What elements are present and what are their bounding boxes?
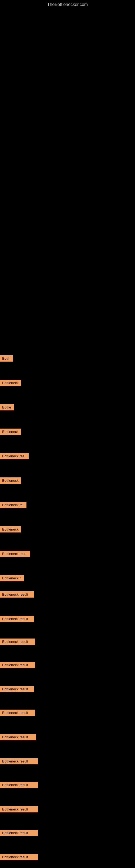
bottleneck-result-label: Bottleneck result: [0, 782, 38, 788]
bottleneck-result-label: Bottle: [0, 404, 14, 410]
bottleneck-result-label: Bottleneck result: [0, 639, 35, 645]
site-title: TheBottlenecker.com: [0, 0, 135, 9]
bottleneck-result-label: Bottleneck result: [0, 830, 38, 836]
bottleneck-result-label: Bottleneck result: [0, 758, 38, 764]
bottleneck-result-label: Bottleneck result: [0, 616, 34, 622]
bottleneck-result-label: Bottleneck result: [0, 686, 34, 692]
bottleneck-result-label: Bottleneck resu: [0, 551, 30, 557]
bottleneck-result-label: Bottleneck: [0, 477, 21, 484]
bottleneck-result-label: Bottleneck res: [0, 453, 29, 459]
bottleneck-result-label: Bottleneck result: [0, 710, 35, 716]
bottleneck-result-label: Bottleneck: [0, 526, 21, 532]
bottleneck-result-label: Bottleneck result: [0, 734, 36, 740]
bottleneck-result-label: Bottleneck: [0, 380, 21, 386]
bottleneck-result-label: Bottleneck re: [0, 502, 27, 508]
bottleneck-result-label: Bottleneck: [0, 429, 21, 435]
bottleneck-result-label: Bottleneck result: [0, 854, 38, 860]
bottleneck-result-label: Bottl: [0, 355, 13, 362]
bottleneck-result-label: Bottleneck r: [0, 575, 24, 581]
bottleneck-result-label: Bottleneck result: [0, 662, 35, 668]
bottleneck-result-label: Bottleneck result: [0, 806, 38, 812]
bottleneck-result-label: Bottleneck result: [0, 591, 34, 597]
